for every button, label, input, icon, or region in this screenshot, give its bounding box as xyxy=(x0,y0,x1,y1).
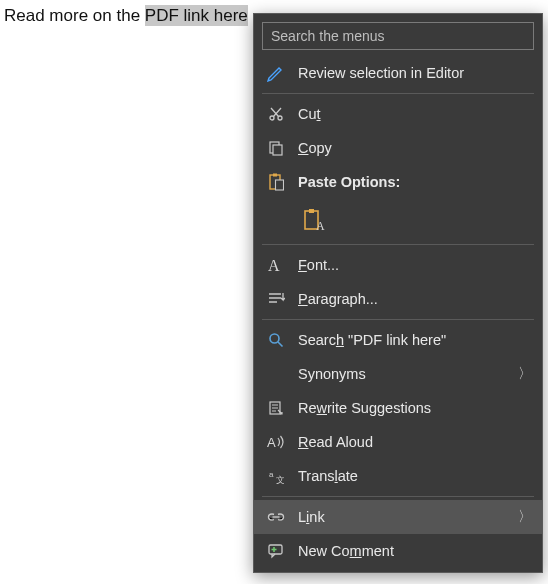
menu-item-translate[interactable]: a文 Translate xyxy=(254,459,542,493)
rewrite-icon xyxy=(264,397,288,419)
paragraph-icon xyxy=(264,288,288,310)
context-menu: Search the menus Review selection in Edi… xyxy=(253,13,543,573)
copy-icon xyxy=(264,137,288,159)
menu-label: Search "PDF link here" xyxy=(298,332,532,348)
menu-item-review-editor[interactable]: Review selection in Editor xyxy=(254,56,542,90)
menu-item-cut[interactable]: Cut xyxy=(254,97,542,131)
menu-item-synonyms[interactable]: Synonyms 〉 xyxy=(254,357,542,391)
menu-item-rewrite[interactable]: Rewrite Suggestions xyxy=(254,391,542,425)
clipboard-text-icon: A xyxy=(303,208,325,232)
menu-separator xyxy=(262,496,534,497)
menu-item-new-comment[interactable]: New Comment xyxy=(254,534,542,568)
pen-icon xyxy=(264,62,288,84)
chevron-right-icon: 〉 xyxy=(518,365,532,383)
menu-item-link[interactable]: Link 〉 xyxy=(254,500,542,534)
menu-label: Cut xyxy=(298,106,532,122)
svg-rect-5 xyxy=(273,174,277,177)
svg-text:a: a xyxy=(269,470,274,479)
menu-label: Paragraph... xyxy=(298,291,532,307)
paste-options-row: A xyxy=(254,199,542,241)
comment-icon xyxy=(264,540,288,562)
chevron-right-icon: 〉 xyxy=(518,508,532,526)
svg-text:A: A xyxy=(316,219,325,232)
menu-item-font[interactable]: A Font... xyxy=(254,248,542,282)
menu-item-paragraph[interactable]: Paragraph... xyxy=(254,282,542,316)
menu-separator xyxy=(262,93,534,94)
menu-label: Review selection in Editor xyxy=(298,65,532,81)
menu-label: Rewrite Suggestions xyxy=(298,400,532,416)
menu-label: Read Aloud xyxy=(298,434,532,450)
menu-label: Link xyxy=(298,509,512,525)
svg-text:A: A xyxy=(268,257,280,274)
menu-item-paste-options: Paste Options: xyxy=(254,165,542,199)
svg-rect-8 xyxy=(309,209,314,213)
menu-search-input[interactable]: Search the menus xyxy=(262,22,534,50)
clipboard-icon xyxy=(264,171,288,193)
svg-text:A: A xyxy=(267,435,276,450)
menu-label: Copy xyxy=(298,140,532,156)
blank-icon xyxy=(264,363,288,385)
menu-label: New Comment xyxy=(298,543,532,559)
menu-search-placeholder: Search the menus xyxy=(271,28,385,44)
menu-label: Paste Options: xyxy=(298,174,532,190)
paste-option-keep-text[interactable]: A xyxy=(298,204,330,236)
menu-label: Translate xyxy=(298,468,532,484)
document-line[interactable]: Read more on the PDF link here xyxy=(4,6,248,26)
selected-text[interactable]: PDF link here xyxy=(145,5,248,26)
document-text: Read more on the xyxy=(4,6,145,25)
font-icon: A xyxy=(264,254,288,276)
svg-point-11 xyxy=(270,334,279,343)
scissors-icon xyxy=(264,103,288,125)
svg-rect-3 xyxy=(273,145,282,155)
search-icon xyxy=(264,329,288,351)
menu-item-read-aloud[interactable]: A Read Aloud xyxy=(254,425,542,459)
svg-text:文: 文 xyxy=(276,475,284,484)
svg-point-0 xyxy=(270,116,274,120)
menu-separator xyxy=(262,319,534,320)
menu-item-copy[interactable]: Copy xyxy=(254,131,542,165)
menu-separator xyxy=(262,244,534,245)
svg-point-1 xyxy=(278,116,282,120)
read-aloud-icon: A xyxy=(264,431,288,453)
menu-label: Font... xyxy=(298,257,532,273)
svg-rect-6 xyxy=(276,180,284,190)
link-icon xyxy=(264,506,288,528)
translate-icon: a文 xyxy=(264,465,288,487)
menu-item-smart-search[interactable]: Search "PDF link here" xyxy=(254,323,542,357)
menu-label: Synonyms xyxy=(298,366,512,382)
